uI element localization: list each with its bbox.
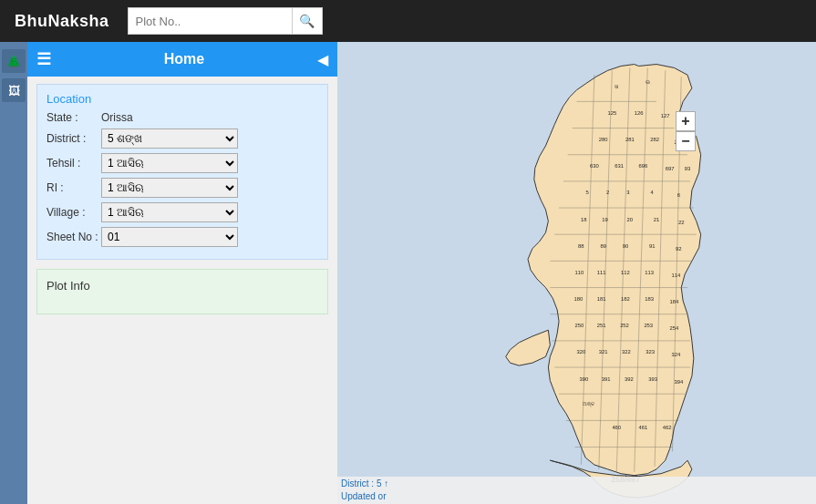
status-line1: District : 5 ↑ <box>341 478 812 490</box>
sheet-select[interactable]: 01 <box>101 227 238 247</box>
ri-select[interactable]: 1 ଆସିଋ <box>101 178 238 198</box>
svg-text:125: 125 <box>608 110 617 116</box>
sidebar-collapse-button[interactable]: ◀ <box>317 51 328 68</box>
plot-info-title: Plot Info <box>46 279 318 293</box>
svg-text:89: 89 <box>600 243 605 249</box>
sidebar: ☰ Home ◀ Location State : Orissa Distric… <box>27 42 337 504</box>
plot-info-section: Plot Info <box>36 269 328 314</box>
svg-text:323: 323 <box>646 349 655 355</box>
svg-text:ଉ: ଉ <box>646 79 650 85</box>
tehsil-row: Tehsil : 1 ଆସିଋ <box>46 153 318 173</box>
svg-text:5: 5 <box>586 190 589 195</box>
status-bar: District : 5 ↑ Updated or <box>337 477 816 504</box>
map-area[interactable]: + − <box>337 42 816 504</box>
search-input[interactable] <box>128 7 292 35</box>
svg-text:181: 181 <box>597 296 606 302</box>
svg-text:114: 114 <box>672 273 681 278</box>
location-title: Location <box>46 92 318 106</box>
svg-text:21: 21 <box>654 217 659 222</box>
hamburger-icon[interactable]: ☰ <box>36 49 51 69</box>
svg-text:2: 2 <box>606 190 609 195</box>
app-brand: BhuNaksha <box>15 12 109 31</box>
tree-icon-button[interactable]: 🌲 <box>2 49 26 73</box>
state-value: Orissa <box>101 111 133 124</box>
svg-text:20: 20 <box>627 217 634 222</box>
zoom-controls: + − <box>676 111 696 151</box>
sheet-label: Sheet No : <box>46 231 101 243</box>
search-button[interactable]: 🔍 <box>292 7 323 35</box>
sidebar-header: ☰ Home ◀ <box>27 42 337 77</box>
svg-text:251: 251 <box>597 323 606 328</box>
svg-text:3: 3 <box>626 190 629 195</box>
main-layout: 🌲 🖼 ☰ Home ◀ Location State : Orissa Dis… <box>0 42 816 504</box>
svg-text:460: 460 <box>612 425 621 430</box>
svg-text:182: 182 <box>621 296 630 302</box>
village-row: Village : 1 ଆସିଋ <box>46 202 318 222</box>
svg-text:462: 462 <box>663 425 672 430</box>
svg-text:252: 252 <box>620 323 629 328</box>
svg-text:394: 394 <box>674 379 683 385</box>
svg-text:630: 630 <box>590 163 599 169</box>
svg-text:280: 280 <box>599 137 608 142</box>
svg-text:281: 281 <box>625 137 635 142</box>
svg-text:282: 282 <box>650 137 659 142</box>
sheet-row: Sheet No : 01 <box>46 227 318 247</box>
svg-text:92: 92 <box>676 246 681 252</box>
village-label: Village : <box>46 206 101 219</box>
svg-text:18: 18 <box>581 217 586 222</box>
sidebar-title: Home <box>164 51 204 67</box>
svg-text:184: 184 <box>670 299 679 304</box>
svg-text:324: 324 <box>672 352 681 357</box>
svg-text:253: 253 <box>644 323 653 328</box>
image-icon: 🖼 <box>8 84 20 98</box>
zoom-in-button[interactable]: + <box>676 111 696 131</box>
svg-text:250: 250 <box>575 323 584 328</box>
location-section: Location State : Orissa District : 5 ଶଙ୍… <box>36 84 328 260</box>
tehsil-select[interactable]: 1 ଆସିଋ <box>101 153 238 173</box>
svg-text:91: 91 <box>649 243 655 249</box>
svg-text:19: 19 <box>602 217 607 222</box>
app-header: BhuNaksha 🔍 <box>0 0 816 42</box>
svg-text:392: 392 <box>625 376 634 382</box>
district-row: District : 5 ଶଙ୍ଖ <box>46 129 318 149</box>
svg-text:126: 126 <box>635 110 644 116</box>
svg-text:110: 110 <box>575 270 584 275</box>
svg-text:320: 320 <box>576 349 585 355</box>
ri-row: RI : 1 ଆସିଋ <box>46 178 318 198</box>
svg-text:112: 112 <box>621 270 630 275</box>
svg-text:111: 111 <box>597 270 606 275</box>
svg-text:88: 88 <box>578 243 584 249</box>
district-label: District : <box>46 132 101 145</box>
image-icon-button[interactable]: 🖼 <box>2 78 26 102</box>
svg-text:390: 390 <box>579 376 588 382</box>
svg-text:254: 254 <box>670 325 679 331</box>
svg-text:180: 180 <box>574 296 584 302</box>
village-select[interactable]: 1 ଆସିଋ <box>101 202 238 222</box>
tree-icon: 🌲 <box>6 55 21 68</box>
icon-bar: 🌲 🖼 <box>0 42 27 504</box>
svg-text:697: 697 <box>666 166 675 171</box>
district-select[interactable]: 5 ଶଙ୍ଖ <box>101 129 238 149</box>
svg-text:6: 6 <box>677 192 680 198</box>
ri-label: RI : <box>46 181 101 194</box>
map-svg: ଖ ଉ 125 126 127 280 281 282 283 630 631 … <box>337 42 816 504</box>
svg-text:631: 631 <box>615 163 624 169</box>
svg-text:393: 393 <box>648 376 657 382</box>
svg-text:90: 90 <box>623 243 629 249</box>
status-line2: Updated or <box>341 490 812 503</box>
svg-text:322: 322 <box>622 349 631 355</box>
search-wrap: 🔍 <box>128 7 323 35</box>
zoom-out-button[interactable]: − <box>676 131 696 151</box>
svg-text:391: 391 <box>602 376 611 382</box>
tehsil-label: Tehsil : <box>46 157 101 170</box>
state-row: State : Orissa <box>46 111 318 124</box>
svg-text:113: 113 <box>645 270 654 275</box>
svg-text:461: 461 <box>639 425 648 430</box>
svg-text:93: 93 <box>685 166 690 171</box>
svg-text:696: 696 <box>639 163 648 169</box>
svg-text:22: 22 <box>678 220 684 225</box>
search-icon: 🔍 <box>299 14 315 28</box>
svg-text:127: 127 <box>661 113 670 118</box>
svg-text:183: 183 <box>645 296 654 302</box>
svg-text:321: 321 <box>599 349 608 355</box>
